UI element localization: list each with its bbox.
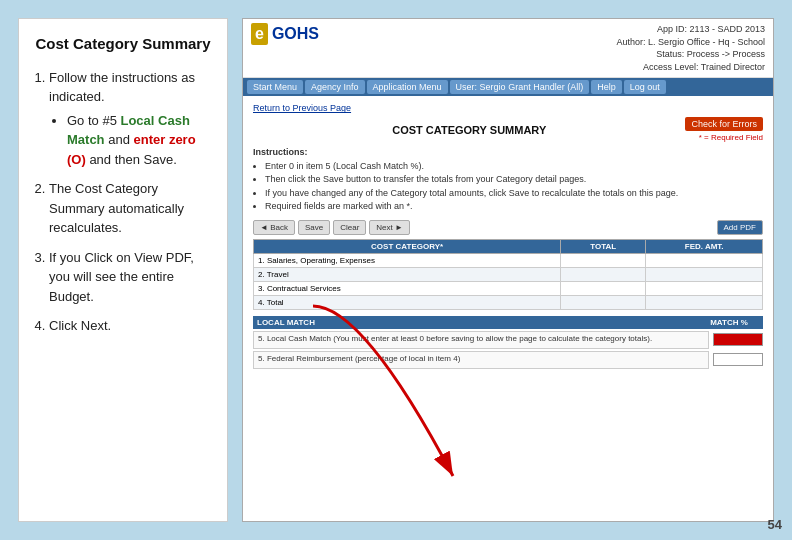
back-button[interactable]: ◄ Back: [253, 220, 295, 235]
egohs-header: e GOHS App ID: 2113 - SADD 2013 Author: …: [243, 19, 773, 78]
header-line2: Author: L. Sergio Office - Hq - School: [617, 36, 765, 49]
instructions-list: Enter 0 in item 5 (Local Cash Match %). …: [253, 160, 763, 214]
lm-col-blank: [649, 318, 699, 327]
row2-total: [561, 267, 646, 281]
table-row: 3. Contractual Services: [254, 281, 763, 295]
egohs-nav: Start Menu Agency Info Application Menu …: [243, 78, 773, 96]
steps-list: Follow the instructions as indicated. Go…: [33, 68, 213, 336]
instruction-3: If you have changed any of the Category …: [265, 187, 763, 201]
row3-total: [561, 281, 646, 295]
cost-table: COST CATEGORY* TOTAL FED. AMT. 1. Salari…: [253, 239, 763, 310]
egohs-frame: e GOHS App ID: 2113 - SADD 2013 Author: …: [242, 18, 774, 522]
nav-logout[interactable]: Log out: [624, 80, 666, 94]
row3-category: 3. Contractual Services: [254, 281, 561, 295]
logo-e-icon: e: [251, 23, 268, 45]
bullet-middle: and: [105, 132, 134, 147]
logo-gohs-text: GOHS: [272, 25, 319, 43]
check-errors-button[interactable]: Check for Errors: [685, 117, 763, 131]
col-header-fed: FED. AMT.: [646, 239, 763, 253]
row4-fed: [646, 295, 763, 309]
return-link[interactable]: Return to Previous Page: [253, 103, 351, 113]
local-match-header: LOCAL MATCH MATCH %: [253, 316, 763, 329]
bullet-prefix: Go to #5: [67, 113, 120, 128]
table-row: 4. Total: [254, 295, 763, 309]
main-container: Cost Category Summary Follow the instruc…: [0, 0, 792, 540]
egohs-logo: e GOHS: [251, 23, 319, 45]
lm-row5-input[interactable]: [713, 333, 763, 346]
step-4: Click Next.: [49, 316, 213, 336]
row4-total: [561, 295, 646, 309]
left-panel: Cost Category Summary Follow the instruc…: [18, 18, 228, 522]
table-row: 2. Travel: [254, 267, 763, 281]
row4-category: 4. Total: [254, 295, 561, 309]
required-note: * = Required Field: [699, 133, 763, 142]
bullet-item: Go to #5 Local Cash Match and enter zero…: [67, 111, 213, 170]
save-button[interactable]: Save: [298, 220, 330, 235]
step-1-bullets: Go to #5 Local Cash Match and enter zero…: [49, 111, 213, 170]
row2-category: 2. Travel: [254, 267, 561, 281]
step-3-text: If you Click on View PDF, you will see t…: [49, 250, 194, 304]
col-header-total: TOTAL: [561, 239, 646, 253]
lm-col-label: LOCAL MATCH: [257, 318, 649, 327]
row2-fed: [646, 267, 763, 281]
lm-row5-label: 5. Local Cash Match (You must enter at l…: [253, 331, 709, 349]
page-number: 54: [768, 517, 782, 532]
lm-row6-label: 5. Federal Reimbursement (percentage of …: [253, 351, 709, 369]
lm-row-6: 5. Federal Reimbursement (percentage of …: [253, 351, 763, 369]
clear-button[interactable]: Clear: [333, 220, 366, 235]
row1-total: [561, 253, 646, 267]
header-line4: Access Level: Trained Director: [617, 61, 765, 74]
step-4-text: Click Next.: [49, 318, 111, 333]
nav-help[interactable]: Help: [591, 80, 622, 94]
nav-user[interactable]: User: Sergio Grant Handler (All): [450, 80, 590, 94]
add-pdf-button[interactable]: Add PDF: [717, 220, 763, 235]
local-match-section: LOCAL MATCH MATCH % 5. Local Cash Match …: [253, 316, 763, 369]
table-row: 1. Salaries, Operating, Expenses: [254, 253, 763, 267]
lm-row-5: 5. Local Cash Match (You must enter at l…: [253, 331, 763, 349]
step-3: If you Click on View PDF, you will see t…: [49, 248, 213, 307]
row3-fed: [646, 281, 763, 295]
step-1-text: Follow the instructions as indicated.: [49, 70, 195, 105]
nav-start-menu[interactable]: Start Menu: [247, 80, 303, 94]
content-title-row: COST CATEGORY SUMMARY Check for Errors *…: [253, 117, 763, 142]
instruction-2: Then click the Save button to transfer t…: [265, 173, 763, 187]
col-header-category: COST CATEGORY*: [254, 239, 561, 253]
egohs-content: Return to Previous Page COST CATEGORY SU…: [243, 96, 773, 521]
nav-buttons-row: ◄ Back Save Clear Next ► Add PDF: [253, 220, 763, 235]
row1-category: 1. Salaries, Operating, Expenses: [254, 253, 561, 267]
header-info: App ID: 2113 - SADD 2013 Author: L. Serg…: [617, 23, 765, 73]
nav-buttons-left: ◄ Back Save Clear Next ►: [253, 220, 410, 235]
instruction-4: Required fields are marked with an *.: [265, 200, 763, 214]
right-panel: e GOHS App ID: 2113 - SADD 2013 Author: …: [242, 18, 774, 522]
lm-col-match: MATCH %: [699, 318, 759, 327]
instructions-label: Instructions:: [253, 147, 308, 157]
step-2: The Cost Category Summary automatically …: [49, 179, 213, 238]
instructions-box: Instructions: Enter 0 in item 5 (Local C…: [253, 146, 763, 214]
step-2-text: The Cost Category Summary automatically …: [49, 181, 184, 235]
step-1: Follow the instructions as indicated. Go…: [49, 68, 213, 170]
instruction-1: Enter 0 in item 5 (Local Cash Match %).: [265, 160, 763, 174]
nav-agency-info[interactable]: Agency Info: [305, 80, 365, 94]
bullet-suffix: and then Save.: [86, 152, 177, 167]
next-button[interactable]: Next ►: [369, 220, 410, 235]
left-panel-title: Cost Category Summary: [33, 33, 213, 56]
header-line3: Status: Process -> Process: [617, 48, 765, 61]
header-line1: App ID: 2113 - SADD 2013: [617, 23, 765, 36]
lm-row6-input[interactable]: [713, 353, 763, 366]
content-title: COST CATEGORY SUMMARY: [253, 124, 685, 136]
row1-fed: [646, 253, 763, 267]
nav-application-menu[interactable]: Application Menu: [367, 80, 448, 94]
